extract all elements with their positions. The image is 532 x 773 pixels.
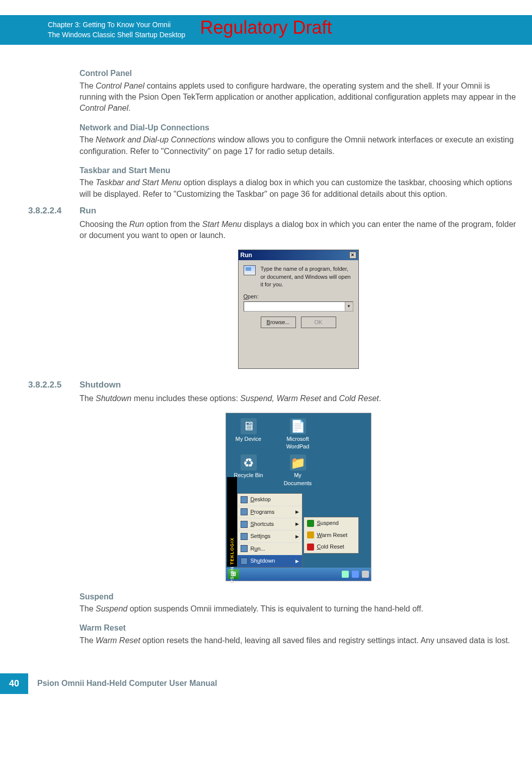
figure-run-dialog: Run × Type the name of a program, folder… [80,250,517,369]
folder-icon: 📁 [290,454,306,471]
ok-button[interactable]: OK [301,317,336,328]
run-icon [244,265,256,275]
start-menu-brand-strip: PSION TEKLOGIX [227,477,237,567]
desktop-icon-my-device[interactable]: 🖥 My Device [231,418,266,451]
para-suspend: The Suspend option suspends Omnii immedi… [80,603,517,614]
run-dialog-window: Run × Type the name of a program, folder… [238,250,359,369]
shortcuts-icon [241,521,248,528]
tray-icon[interactable] [352,571,359,578]
suspend-icon [307,520,314,527]
section-line: The Windows Classic Shell Startup Deskto… [48,30,522,40]
section-shutdown-heading: 3.8.2.2.5 Shutdown [80,379,517,391]
section-number-shutdown: 3.8.2.2.5 [28,379,80,391]
para-network: The Network and Dial-up Connections wind… [80,134,517,157]
section-title-run: Run [80,205,96,217]
shutdown-submenu: Suspend Warm Reset Cold Reset [303,517,359,553]
browse-button[interactable]: Browse... [261,317,296,328]
wordpad-icon: 📄 [290,418,306,434]
desktop-screenshot: 🖥 My Device 📄 Microsoft WordPad ♻ Recycl… [225,413,371,581]
para-run: Choosing the Run option from the Start M… [80,219,517,242]
shutdown-icon [241,558,248,565]
submenu-warm-reset[interactable]: Warm Reset [304,529,358,541]
run-open-input[interactable] [244,302,345,311]
start-item-shortcuts[interactable]: Shortcuts ▶ [238,518,302,530]
section-run-heading: 3.8.2.2.4 Run [80,205,517,217]
heading-network: Network and Dial-Up Connections [80,122,517,133]
page-number: 40 [0,673,28,694]
section-title-shutdown: Shutdown [80,379,121,391]
tray-icon[interactable] [362,571,369,578]
heading-suspend: Suspend [80,591,517,602]
start-item-settings[interactable]: Settings ▶ [238,530,302,543]
start-item-desktop[interactable]: Desktop [238,494,302,506]
desktop-icon [241,496,248,503]
heading-warm-reset: Warm Reset [80,623,517,634]
chapter-line: Chapter 3: Getting To Know Your Omnii [48,20,522,30]
recycle-bin-icon: ♻ [241,454,257,471]
start-item-programs[interactable]: Programs ▶ [238,506,302,518]
page-footer: 40 Psion Omnii Hand-Held Computer User M… [0,673,532,694]
start-item-shutdown[interactable]: Shutdown ▶ [238,555,302,567]
desktop-icon-wordpad[interactable]: 📄 Microsoft WordPad [280,418,316,451]
chapter-header: Chapter 3: Getting To Know Your Omnii Th… [0,15,532,45]
warm-reset-icon [307,531,314,538]
settings-icon [241,533,248,540]
section-number-run: 3.8.2.2.4 [28,205,80,217]
submenu-cold-reset[interactable]: Cold Reset [304,541,358,553]
run-dialog-fill [239,333,358,368]
run-open-combobox[interactable]: ▼ [244,301,353,312]
chevron-right-icon: ▶ [295,558,299,565]
run-dialog-title: Run [241,251,252,260]
para-shutdown: The Shutdown menu includes these options… [80,393,517,404]
submenu-suspend[interactable]: Suspend [304,517,358,529]
figure-shutdown-menu: 🖥 My Device 📄 Microsoft WordPad ♻ Recycl… [80,413,517,581]
start-item-run[interactable]: Run... [238,543,302,555]
computer-icon: 🖥 [241,418,257,434]
taskbar: ⊞ [226,568,371,581]
manual-title: Psion Omnii Hand-Held Computer User Manu… [37,678,217,689]
page-content: Control Panel The Control Panel contains… [0,45,532,658]
run-open-label: Open: [244,293,353,300]
run-icon [241,545,248,552]
run-dialog-desc: Type the name of a program, folder, or d… [261,265,353,288]
programs-icon [241,508,248,515]
chevron-down-icon[interactable]: ▼ [345,302,353,311]
chevron-right-icon: ▶ [295,509,299,515]
close-icon[interactable]: × [349,252,356,259]
para-control-panel: The Control Panel contains applets used … [80,81,517,114]
heading-taskbar: Taskbar and Start Menu [80,165,517,176]
para-taskbar: The Taskbar and Start Menu option displa… [80,177,517,200]
desktop-icon-my-documents[interactable]: 📁 My Documents [280,454,316,487]
tray-icon[interactable] [342,571,349,578]
cold-reset-icon [307,544,314,551]
chevron-right-icon: ▶ [295,521,299,527]
para-warm-reset: The Warm Reset option resets the hand-he… [80,635,517,646]
chevron-right-icon: ▶ [295,533,299,540]
heading-control-panel: Control Panel [80,68,517,79]
run-dialog-titlebar: Run × [239,250,358,261]
start-menu: Desktop Programs ▶ Shortcuts ▶ Settings [237,493,302,567]
